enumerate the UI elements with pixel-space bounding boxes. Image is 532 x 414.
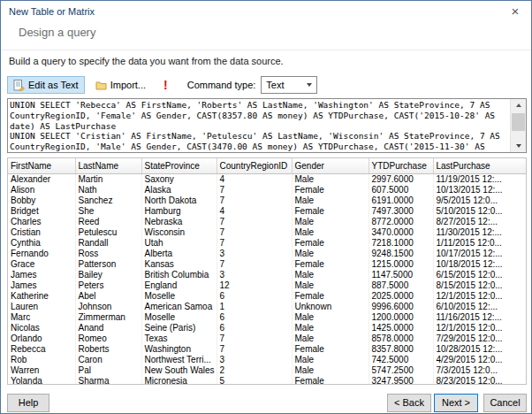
grid-cell: 12/1/2015 12:0... bbox=[433, 323, 526, 334]
grid-cell: 11/30/2015 12:... bbox=[433, 227, 526, 238]
grid-cell: 887.5000 bbox=[369, 280, 433, 291]
grid-cell: Petulescu bbox=[75, 227, 141, 238]
table-row[interactable]: JamesPetersEngland12Male887.50008/15/201… bbox=[8, 280, 526, 291]
table-row[interactable]: BobbySanchezNorth Dakota7Male6191.00009/… bbox=[8, 196, 526, 206]
back-button[interactable]: < Back bbox=[387, 394, 431, 412]
grid-cell: 8357.8000 bbox=[369, 344, 433, 355]
run-query-button[interactable]: ! bbox=[163, 79, 168, 91]
grid-cell: 7 bbox=[217, 334, 292, 344]
grid-cell: Male bbox=[292, 249, 369, 259]
table-row[interactable]: CynthiaRandallUtah7Female7218.10001/11/2… bbox=[8, 238, 526, 249]
grid-cell: Female bbox=[292, 206, 369, 217]
grid-cell: Saxony bbox=[141, 174, 217, 186]
grid-cell: Bailey bbox=[75, 270, 141, 280]
scroll-down-button[interactable] bbox=[511, 140, 526, 152]
close-icon: × bbox=[512, 4, 520, 19]
table-row[interactable]: CharlesReedNebraska7Male8772.00008/27/20… bbox=[8, 217, 526, 227]
table-row[interactable]: OrlandoRomeoTexas7Male8578.00007/29/2015… bbox=[8, 334, 526, 344]
grid-cell: England bbox=[141, 280, 217, 291]
grid-cell: 5/10/2015 12:0... bbox=[433, 206, 526, 217]
grid-cell: 7 bbox=[217, 238, 292, 249]
grid-cell: Marc bbox=[8, 312, 75, 323]
query-text: UNION SELECT 'Rebecca' AS FirstName, 'Ro… bbox=[10, 100, 510, 151]
grid-cell: 6/10/2015 12:... bbox=[433, 302, 526, 312]
column-header-lastname[interactable]: LastName bbox=[75, 158, 141, 174]
grid-cell: Male bbox=[292, 227, 369, 238]
grid-cell: Zimmerman bbox=[75, 312, 141, 323]
grid-cell: 9248.1500 bbox=[369, 249, 433, 259]
table-row[interactable]: RobCaronNorthwest Terri...3Male742.50004… bbox=[8, 355, 526, 365]
grid-cell: Female bbox=[292, 259, 369, 270]
grid-cell: James bbox=[8, 270, 75, 280]
grid-cell: 8/27/2015 12:... bbox=[433, 217, 526, 227]
grid-cell: 3 bbox=[217, 270, 292, 280]
grid-cell: 11/16/2015 12:... bbox=[433, 312, 526, 323]
grid-cell: 8/23/2015 12:0... bbox=[433, 376, 526, 385]
grid-cell: Texas bbox=[141, 334, 217, 344]
grid-cell: 1215.0000 bbox=[369, 259, 433, 270]
grid-cell: Sanchez bbox=[75, 196, 141, 206]
column-header-firstname[interactable]: FirstName bbox=[8, 158, 75, 174]
header-divider bbox=[1, 50, 531, 50]
column-header-gender[interactable]: Gender bbox=[292, 158, 369, 174]
import-button[interactable]: Import... bbox=[89, 75, 152, 95]
grid-cell: 1/11/2015 12:0... bbox=[433, 238, 526, 249]
next-button[interactable]: Next > bbox=[434, 394, 478, 412]
column-header-stateprovince[interactable]: StateProvince bbox=[141, 158, 217, 174]
table-row[interactable]: KatherineAbelMoselle6Female2025.000012/1… bbox=[8, 291, 526, 302]
window-title: New Table or Matrix bbox=[9, 6, 95, 17]
table-row[interactable]: JamesBaileyBritish Columbia3Male1147.500… bbox=[8, 270, 526, 280]
grid-cell: Orlando bbox=[8, 334, 75, 344]
new-table-or-matrix-dialog: New Table or Matrix × Design a query Bui… bbox=[0, 0, 532, 414]
results-table: FirstName LastName StateProvince Country… bbox=[8, 158, 526, 385]
column-header-countryregionid[interactable]: CountryRegionID bbox=[217, 158, 292, 174]
grid-cell: Unknown bbox=[292, 302, 369, 312]
table-row[interactable]: YolandaSharmaMicronesia5Female3247.95008… bbox=[8, 376, 526, 385]
grid-cell: 6/15/2015 12:0... bbox=[433, 270, 526, 280]
table-row[interactable]: FernandoRossAlberta3Male9248.150010/17/2… bbox=[8, 249, 526, 259]
grid-cell: Johnson bbox=[75, 302, 141, 312]
scroll-thumb[interactable] bbox=[512, 113, 525, 131]
table-row[interactable]: GracePattersonKansas7Female1215.000010/1… bbox=[8, 259, 526, 270]
grid-cell: Ross bbox=[75, 249, 141, 259]
grid-cell: 4 bbox=[217, 206, 292, 217]
grid-cell: Bobby bbox=[8, 196, 75, 206]
grid-cell: Alison bbox=[8, 185, 75, 196]
grid-cell: 9996.6000 bbox=[369, 302, 433, 312]
cancel-button[interactable]: Cancel bbox=[483, 394, 527, 412]
grid-cell: Alberta bbox=[141, 249, 217, 259]
table-row[interactable]: RebeccaRobertsWashington7Female8357.8000… bbox=[8, 344, 526, 355]
close-button[interactable]: × bbox=[501, 2, 529, 21]
grid-cell: Northwest Terri... bbox=[141, 355, 217, 365]
table-row[interactable]: BridgetSheHamburg4Female7497.30005/10/20… bbox=[8, 206, 526, 217]
scroll-up-button[interactable] bbox=[511, 99, 526, 111]
grid-cell: Nicolas bbox=[8, 323, 75, 334]
grid-cell: 10/28/2015 12:... bbox=[433, 344, 526, 355]
table-row[interactable]: MarcZimmermanMoselle6Male1200.000011/16/… bbox=[8, 312, 526, 323]
grid-cell: Reed bbox=[75, 217, 141, 227]
table-row[interactable]: CristianPetulescuWisconsin7Male3470.0000… bbox=[8, 227, 526, 238]
table-row[interactable]: AlexanderMartinSaxony4Male2997.600011/19… bbox=[8, 174, 526, 186]
grid-cell: Male bbox=[292, 355, 369, 365]
table-row[interactable]: WarrenPalNew South Wales2Male5747.25007/… bbox=[8, 365, 526, 376]
help-button[interactable]: Help bbox=[7, 394, 49, 412]
grid-cell: Female bbox=[292, 238, 369, 249]
edit-as-text-icon bbox=[13, 80, 25, 91]
column-header-ytdpurchase[interactable]: YTDPurchase bbox=[369, 158, 433, 174]
edit-as-text-button[interactable]: Edit as Text bbox=[7, 76, 85, 94]
grid-cell: Pal bbox=[75, 365, 141, 376]
grid-cell: 7 bbox=[217, 227, 292, 238]
table-row[interactable]: LaurenJohnsonAmerican Samoa1Unknown9996.… bbox=[8, 302, 526, 312]
grid-cell: Randall bbox=[75, 238, 141, 249]
grid-cell: Wisconsin bbox=[141, 227, 217, 238]
column-header-lastpurchase[interactable]: LastPurchase bbox=[433, 158, 526, 174]
grid-cell: 3470.0000 bbox=[369, 227, 433, 238]
grid-cell: Moselle bbox=[141, 291, 217, 302]
command-type-select[interactable]: Text bbox=[261, 76, 317, 94]
table-row[interactable]: NicolasAnandSeine (Paris)6Male1425.00001… bbox=[8, 323, 526, 334]
grid-cell: James bbox=[8, 280, 75, 291]
table-row[interactable]: AlisonNathAlaska7Female607.500010/13/201… bbox=[8, 185, 526, 196]
grid-cell: 8578.0000 bbox=[369, 334, 433, 344]
query-scrollbar[interactable] bbox=[510, 99, 526, 152]
query-text-editor[interactable]: UNION SELECT 'Rebecca' AS FirstName, 'Ro… bbox=[7, 98, 527, 153]
